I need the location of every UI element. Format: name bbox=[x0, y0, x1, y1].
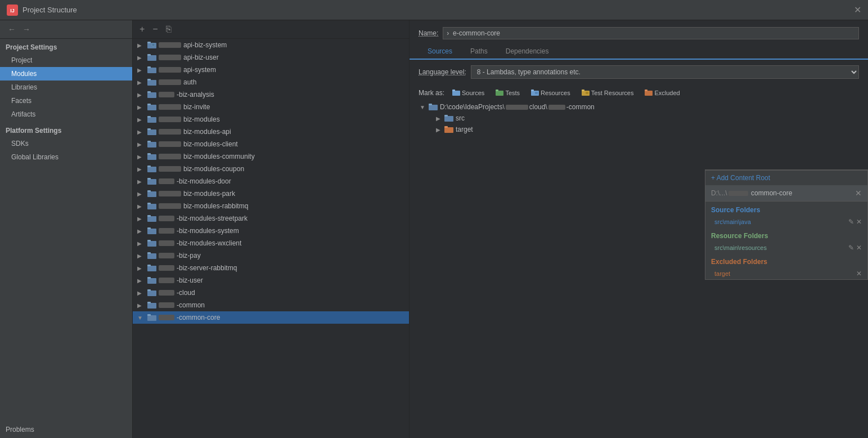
resource-folder-actions: ✎ ✕ bbox=[848, 244, 862, 252]
tree-target-item[interactable]: ▶ target bbox=[419, 124, 859, 135]
module-blur bbox=[159, 92, 174, 97]
add-module-button[interactable]: + bbox=[137, 24, 147, 35]
problems-button[interactable]: Problems bbox=[0, 421, 132, 438]
back-button[interactable]: ← bbox=[6, 24, 18, 35]
language-level-select[interactable]: 8 - Lambdas, type annotations etc. bbox=[471, 65, 859, 79]
module-name: biz-modules-coupon bbox=[183, 165, 404, 173]
svg-rect-45 bbox=[147, 289, 151, 291]
module-blur bbox=[159, 203, 181, 209]
resource-path: src\main\resources bbox=[714, 244, 767, 251]
module-item-biz-modules-client[interactable]: ▶ biz-modules-client bbox=[133, 138, 409, 150]
svg-rect-3 bbox=[147, 42, 151, 43]
svg-rect-28 bbox=[147, 191, 156, 197]
remove-module-button[interactable]: − bbox=[150, 24, 160, 35]
right-panel: Name: Sources Paths Dependencies Languag… bbox=[410, 20, 868, 438]
tab-paths[interactable]: Paths bbox=[461, 44, 497, 60]
module-item-biz-modules-rabbitmq[interactable]: ▶ biz-modules-rabbitmq bbox=[133, 200, 409, 212]
svg-rect-27 bbox=[147, 178, 151, 180]
module-item-api-biz-user[interactable]: ▶ api-biz-user bbox=[133, 51, 409, 64]
folder-icon bbox=[147, 214, 156, 222]
folder-icon bbox=[147, 227, 156, 235]
sidebar: ← → Project Settings Project Modules Lib… bbox=[0, 20, 133, 438]
module-item-common-core[interactable]: ▼ -common-core bbox=[133, 311, 409, 324]
svg-rect-15 bbox=[147, 104, 151, 105]
folder-icon bbox=[147, 252, 156, 260]
module-item-biz-modules-park[interactable]: ▶ biz-modules-park bbox=[133, 187, 409, 200]
excluded-delete-button[interactable]: ✕ bbox=[856, 270, 862, 278]
module-item-auth[interactable]: ▶ auth bbox=[133, 76, 409, 88]
module-item-biz-pay[interactable]: ▶ -biz-pay bbox=[133, 249, 409, 262]
svg-rect-20 bbox=[147, 142, 156, 148]
source-edit-button[interactable]: ✎ bbox=[848, 218, 854, 226]
close-button[interactable]: ✕ bbox=[854, 5, 861, 15]
tree-src-item[interactable]: ▶ src bbox=[419, 113, 859, 124]
svg-rect-4 bbox=[152, 43, 155, 46]
tab-sources[interactable]: Sources bbox=[419, 44, 461, 60]
popup-panel: + Add Content Root D:\...\ common-core ✕… bbox=[705, 169, 868, 280]
src-folder-icon bbox=[444, 114, 453, 122]
name-row: Name: bbox=[410, 20, 868, 44]
module-blur bbox=[159, 290, 174, 296]
source-delete-button[interactable]: ✕ bbox=[856, 218, 862, 226]
resource-delete-button[interactable]: ✕ bbox=[856, 244, 862, 252]
svg-rect-52 bbox=[496, 91, 503, 96]
module-item-biz-modules-api[interactable]: ▶ biz-modules-api bbox=[133, 126, 409, 138]
sidebar-item-libraries[interactable]: Libraries bbox=[0, 81, 132, 94]
module-item-api-system[interactable]: ▶ api-system bbox=[133, 64, 409, 76]
module-item-biz-user[interactable]: ▶ -biz-user bbox=[133, 274, 409, 287]
mark-as-test-resources-button[interactable]: Test Resources bbox=[578, 88, 637, 98]
chevron-right-icon: ▶ bbox=[137, 216, 145, 222]
sidebar-item-facets[interactable]: Facets bbox=[0, 94, 132, 108]
module-item-common[interactable]: ▶ -common bbox=[133, 299, 409, 311]
module-item-biz-server-rabbitmq[interactable]: ▶ -biz-server-rabbitmq bbox=[133, 262, 409, 274]
module-item-biz-invite[interactable]: ▶ biz-invite bbox=[133, 101, 409, 113]
module-item-biz-modules-system[interactable]: ▶ -biz-modules-system bbox=[133, 225, 409, 237]
module-item-biz-modules-wxclient[interactable]: ▶ -biz-modules-wxclient bbox=[133, 237, 409, 249]
popup-header-title: D:\...\ common-core bbox=[711, 189, 792, 197]
module-item-cloud[interactable]: ▶ -cloud bbox=[133, 287, 409, 299]
module-item-biz-modules-door[interactable]: ▶ -biz-modules-door bbox=[133, 175, 409, 187]
module-blur bbox=[159, 42, 181, 48]
sidebar-item-global-libraries[interactable]: Global Libraries bbox=[0, 150, 132, 164]
mark-as-resources-button[interactable]: Resources bbox=[528, 88, 574, 98]
svg-rect-10 bbox=[147, 80, 156, 86]
chevron-right-icon: ▶ bbox=[137, 166, 145, 172]
module-item-biz-modules-streetpark[interactable]: ▶ -biz-modules-streetpark bbox=[133, 212, 409, 225]
mark-as-excluded-button[interactable]: Excluded bbox=[641, 88, 683, 98]
module-name: biz-modules bbox=[183, 115, 404, 123]
tests-folder-icon bbox=[496, 90, 503, 96]
name-input[interactable] bbox=[443, 27, 859, 39]
popup-header: D:\...\ common-core ✕ bbox=[705, 185, 867, 202]
tree-chevron-right-icon: ▶ bbox=[434, 127, 442, 133]
add-content-root-label: + Add Content Root bbox=[711, 174, 770, 182]
sidebar-item-modules[interactable]: Modules bbox=[0, 67, 132, 81]
module-item-api-biz-system[interactable]: ▶ api-biz-system bbox=[133, 39, 409, 51]
copy-module-button[interactable]: ⎘ bbox=[164, 24, 174, 35]
resource-edit-button[interactable]: ✎ bbox=[848, 244, 854, 252]
excluded-folder-actions: ✕ bbox=[856, 270, 862, 278]
module-item-biz-analysis[interactable]: ▶ -biz-analysis bbox=[133, 88, 409, 101]
sidebar-item-sdks[interactable]: SDKs bbox=[0, 137, 132, 150]
chevron-right-icon: ▶ bbox=[137, 191, 145, 197]
module-name: biz-modules-client bbox=[183, 140, 404, 148]
popup-close-button[interactable]: ✕ bbox=[855, 189, 862, 198]
target-folder-icon bbox=[444, 126, 453, 133]
svg-rect-37 bbox=[147, 240, 151, 242]
mark-as-sources-button[interactable]: Sources bbox=[449, 88, 488, 98]
resources-folder-icon bbox=[531, 90, 539, 96]
mark-as-tests-button[interactable]: Tests bbox=[492, 88, 523, 98]
module-item-biz-modules-community[interactable]: ▶ biz-modules-community bbox=[133, 150, 409, 163]
module-blur bbox=[159, 253, 174, 258]
sidebar-item-project[interactable]: Project bbox=[0, 53, 132, 67]
tab-dependencies[interactable]: Dependencies bbox=[497, 44, 558, 60]
sidebar-item-artifacts[interactable]: Artifacts bbox=[0, 108, 132, 121]
module-item-biz-modules[interactable]: ▶ biz-modules bbox=[133, 113, 409, 126]
folder-icon bbox=[147, 66, 156, 74]
module-blur bbox=[159, 216, 174, 221]
svg-rect-63 bbox=[429, 104, 432, 105]
sidebar-item-modules-label: Modules bbox=[11, 70, 37, 78]
module-item-biz-modules-coupon[interactable]: ▶ biz-modules-coupon bbox=[133, 163, 409, 175]
tree-root-item[interactable]: ▼ D:\code\IdeaProjects\cloud\-common bbox=[419, 101, 859, 113]
add-content-root-button[interactable]: + Add Content Root bbox=[705, 170, 867, 185]
forward-button[interactable]: → bbox=[20, 24, 33, 35]
